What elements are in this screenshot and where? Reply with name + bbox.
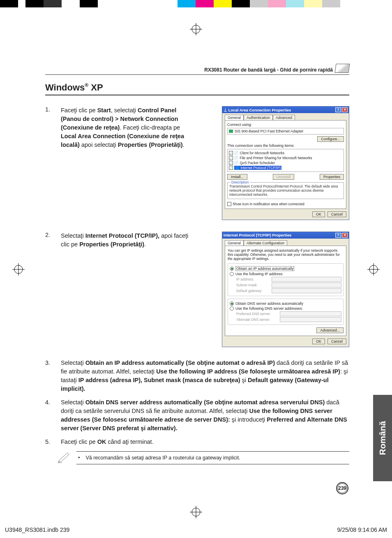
tab-general[interactable]: General	[225, 115, 244, 120]
dialog-title: Internet Protocol (TCP/IP) Properties	[224, 233, 291, 237]
configure-button[interactable]: Configure...	[317, 136, 344, 142]
step-body: Selectaţi Obtain an IP address automatic…	[61, 359, 349, 393]
items-list[interactable]: ✓📄 Client for Microsoft Networks ✓📄 File…	[227, 149, 344, 172]
items-label: This connection uses the following items…	[227, 144, 344, 148]
step-number: 5.	[45, 438, 53, 446]
page-number-text: 239	[338, 485, 346, 491]
show-icon-label: Show icon in notification area when conn…	[233, 202, 304, 206]
cancel-button[interactable]: Cancel	[327, 339, 346, 344]
tab-alternate[interactable]: Alternate Configuration	[244, 240, 287, 246]
step-number: 2.	[45, 232, 53, 348]
checkbox-icon[interactable]: ✓	[229, 151, 233, 155]
list-item: 📄 File and Printer Sharing for Microsoft…	[234, 156, 312, 160]
dialog-title: ⊥ Local Area Connection Properties	[224, 108, 291, 112]
step-body: Faceţi clic pe Start, selectaţi Control …	[61, 106, 196, 220]
close-button[interactable]: ✕	[342, 107, 348, 112]
page-header: RX3081 Router de bandă largă - Ghid de p…	[45, 64, 349, 75]
dialog-titlebar: ⊥ Local Area Connection Properties ? ✕	[222, 107, 349, 113]
field-label: Alternate DNS server:	[236, 318, 277, 322]
group-label: Description	[230, 180, 250, 184]
help-button[interactable]: ?	[335, 107, 341, 112]
tab-advanced[interactable]: Advanced	[273, 115, 295, 120]
description-group: Description Transmission Control Protoco…	[227, 182, 344, 199]
section-title: Windows® XP	[45, 82, 349, 95]
intro-text: You can get IP settings assigned automat…	[228, 248, 344, 261]
uninstall-button[interactable]: Uninstall	[273, 174, 295, 180]
list-item-selected: 🌐 Internet Protocol (TCP/IP)	[234, 166, 281, 170]
install-button[interactable]: Install...	[227, 174, 247, 180]
ok-button[interactable]: OK	[312, 339, 325, 344]
note-content: Vă recomandăm să setaţi adresa IP a rout…	[85, 455, 240, 461]
pref-dns-input[interactable]	[280, 311, 341, 316]
radio-label: Obtain DNS server address automatically	[235, 301, 303, 306]
field-label: IP address:	[236, 277, 269, 281]
mask-input[interactable]	[272, 283, 341, 288]
section-title-text: Windows	[45, 82, 85, 93]
checkbox-icon[interactable]: ✓	[229, 156, 233, 160]
tab-authentication[interactable]: Authentication	[244, 115, 273, 120]
radio-icon[interactable]	[230, 267, 234, 271]
note-text: • Vă recomandăm să setaţi adresa IP a ro…	[76, 451, 349, 464]
tab-general[interactable]: General	[225, 240, 244, 246]
page-content: RX3081 Router de bandă largă - Ghid de p…	[45, 64, 349, 465]
adapter-field[interactable]: SiS 900-Based PCI Fast Ethernet Adapter	[227, 128, 344, 134]
ip-input[interactable]	[272, 277, 341, 282]
language-label: Română	[378, 421, 387, 455]
close-button[interactable]: ✕	[342, 233, 348, 238]
field-label: Subnet mask:	[236, 283, 269, 287]
step-body: Selectaţi Internet Protocol (TCP/IP), ap…	[61, 232, 196, 348]
checkbox-icon[interactable]: ✓	[229, 166, 233, 170]
advanced-button[interactable]: Advanced...	[316, 327, 344, 333]
asus-logo-icon	[334, 64, 350, 73]
help-button[interactable]: ?	[335, 233, 341, 238]
connect-using-label: Connect using:	[227, 123, 344, 127]
tcpip-properties-dialog: Internet Protocol (TCP/IP) Properties ? …	[222, 232, 349, 348]
properties-button[interactable]: Properties	[320, 174, 344, 180]
footer-right: 9/25/08 9:14:06 AM	[337, 526, 387, 533]
dialog-titlebar: Internet Protocol (TCP/IP) Properties ? …	[222, 232, 349, 239]
checkbox-icon[interactable]	[227, 202, 231, 206]
radio-label: Use the following IP address:	[235, 272, 283, 276]
note-block: • Vă recomandăm să setaţi adresa IP a ro…	[58, 451, 349, 465]
step-number: 1.	[45, 106, 53, 220]
print-footer: U3948_RS3081.indb 239 9/25/08 9:14:06 AM	[5, 526, 387, 533]
lan-properties-dialog: ⊥ Local Area Connection Properties ? ✕ G…	[222, 106, 349, 220]
gateway-input[interactable]	[272, 288, 341, 293]
radio-label: Use the following DNS server addresses:	[235, 306, 303, 311]
note-pen-icon	[58, 451, 71, 465]
header-text: RX3081 Router de bandă largă - Ghid de p…	[204, 67, 333, 73]
language-tab: Română	[373, 395, 392, 481]
step-body: Faceţi clic pe OK când aţi terminat.	[61, 438, 154, 446]
alt-dns-input[interactable]	[280, 317, 341, 322]
description-text: Transmission Control Protocol/Internet P…	[229, 184, 342, 197]
radio-label: Obtain an IP address automatically	[235, 266, 294, 271]
registration-mark-icon	[367, 263, 380, 276]
step-number: 3.	[45, 359, 53, 393]
step-body: Selectaţi Obtain DNS server address auto…	[61, 398, 349, 433]
registration-mark-icon	[12, 263, 25, 276]
cancel-button[interactable]: Cancel	[327, 211, 346, 217]
radio-icon[interactable]	[230, 306, 234, 311]
adapter-icon	[229, 130, 233, 133]
bullet-icon: •	[78, 455, 80, 461]
list-item: 📄 Client for Microsoft Networks	[234, 151, 284, 155]
registration-mark-icon	[190, 506, 202, 518]
registered-symbol: ®	[85, 82, 88, 88]
registration-mark-icon	[190, 23, 202, 35]
radio-icon[interactable]	[230, 301, 234, 306]
ok-button[interactable]: OK	[312, 211, 325, 217]
step-number: 4.	[45, 398, 53, 433]
adapter-name: SiS 900-Based PCI Fast Ethernet Adapter	[235, 129, 304, 133]
footer-left: U3948_RS3081.indb 239	[5, 526, 69, 533]
section-title-suffix: XP	[91, 82, 103, 93]
page-number: 239	[336, 482, 348, 494]
radio-icon[interactable]	[230, 272, 234, 276]
checkbox-icon[interactable]: ✓	[229, 161, 233, 165]
list-item: 📄 QoS Packet Scheduler	[234, 161, 275, 165]
field-label: Default gateway:	[236, 289, 269, 293]
field-label: Preferred DNS server:	[236, 312, 277, 316]
print-colorbar	[0, 0, 340, 7]
